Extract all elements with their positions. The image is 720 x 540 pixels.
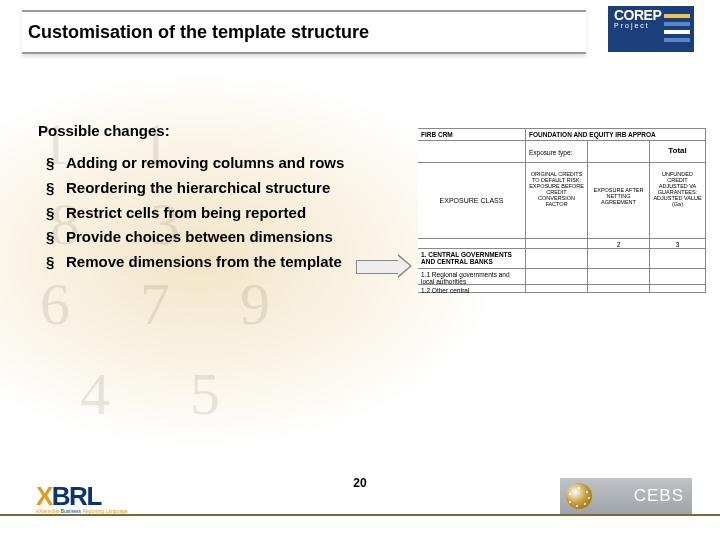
- ghost-digit: 4: [80, 360, 110, 429]
- tbl-col3: EXPOSURE AFTER NETTING AGREEMENT: [588, 163, 650, 239]
- ghost-digit: 7: [140, 270, 170, 339]
- cebs-logo: CEBS: [560, 478, 692, 514]
- ghost-digit: 9: [240, 270, 270, 339]
- tbl-title1: FIRB CRM: [418, 129, 526, 141]
- tbl-colnum-3: 3: [650, 239, 706, 249]
- corep-stripe-icon: [664, 38, 690, 42]
- subheading: Possible changes:: [38, 122, 170, 139]
- tbl-row1: 1. CENTRAL GOVERNMENTS AND CENTRAL BANKS: [418, 249, 526, 269]
- bullet-item: Provide choices between dimensions: [38, 228, 378, 247]
- footer-rule: [0, 514, 720, 540]
- tbl-exposure-class: EXPOSURE CLASS: [418, 163, 526, 239]
- bullet-list: Adding or removing columns and rows Reor…: [38, 154, 378, 278]
- tbl-col2: ORIGINAL CREDITS TO DEFAULT RISK: EXPOSU…: [526, 163, 588, 239]
- bullet-item: Adding or removing columns and rows: [38, 154, 378, 173]
- tbl-total: Total: [650, 141, 706, 163]
- tbl-title2: FOUNDATION AND EQUITY IRB APPROA: [526, 129, 706, 141]
- bullet-item: Restrict cells from being reported: [38, 204, 378, 223]
- slide-title-bar: Customisation of the template structure: [22, 10, 586, 54]
- cebs-globe-icon: [566, 483, 592, 509]
- ghost-digit: 6: [40, 270, 70, 339]
- corep-stripe-icon: [664, 14, 690, 18]
- corep-stripe-icon: [664, 22, 690, 26]
- bullet-item: Remove dimensions from the template: [38, 253, 378, 272]
- slide-title: Customisation of the template structure: [28, 22, 369, 43]
- arrow-right-icon: [356, 255, 410, 277]
- tbl-col4: UNFUNDED CREDIT ADJUSTED VA GUARANTEES: …: [650, 163, 706, 239]
- corep-logo: COREP Project: [608, 6, 694, 52]
- tbl-row3: 1.2 Other central: [418, 285, 526, 293]
- tbl-colnum-2: 2: [588, 239, 650, 249]
- ghost-digit: 5: [190, 360, 220, 429]
- xbrl-logo: XBRL eXtensible Business Reporting Langu…: [36, 481, 128, 514]
- tbl-exposure-type: Exposure type:: [526, 141, 588, 163]
- tbl-row2: 1.1 Regional governments and local autho…: [418, 269, 526, 285]
- cebs-logo-text: CEBS: [634, 486, 684, 506]
- bullet-item: Reordering the hierarchical structure: [38, 179, 378, 198]
- corep-stripe-icon: [664, 30, 690, 34]
- template-preview-table: FIRB CRM FOUNDATION AND EQUITY IRB APPRO…: [418, 128, 706, 293]
